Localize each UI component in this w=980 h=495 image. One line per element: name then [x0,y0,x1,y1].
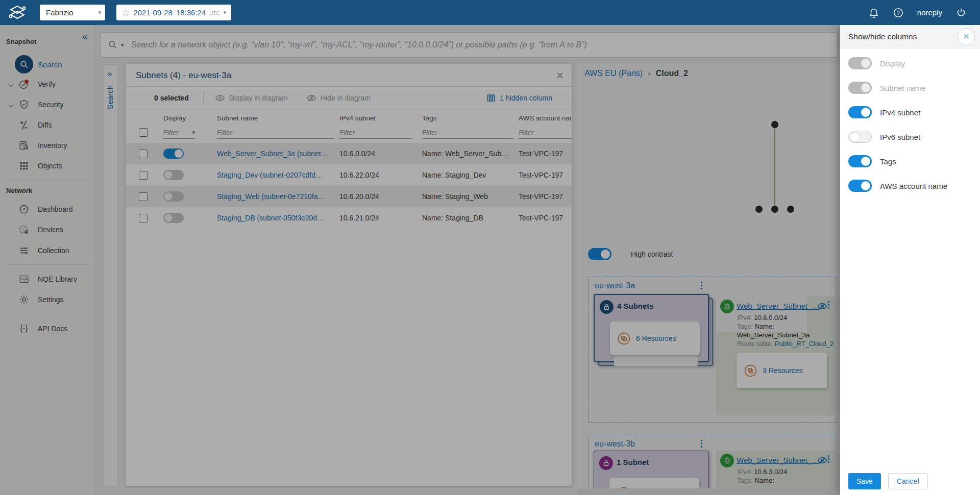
resources-icon [744,364,757,377]
row-checkbox[interactable] [139,150,148,158]
col-header-tags[interactable]: Tags [422,114,437,122]
filter-ipv4[interactable] [339,127,412,139]
sidebar-item-objects[interactable]: Objects [0,156,94,176]
toggle[interactable] [848,155,872,167]
search-side-tab[interactable]: » Search [103,64,118,486]
filter-tags[interactable] [422,127,513,139]
breadcrumb: AWS EU (Paris) › Cloud_2 [584,68,688,79]
subnet-link[interactable]: Web_Server_Subnet_3a (subnet… [217,150,328,158]
zone-eu-west-3b: eu-west-3b 1 Subnet Web_Server_Subn [589,435,837,495]
power-icon[interactable] [955,7,967,18]
route-table-link[interactable]: Public_RT_Cloud_2 [775,340,834,348]
eye-icon [215,93,225,103]
sidebar-item-search[interactable]: Search [0,55,94,74]
sidebar-item-nqe-library[interactable]: NQE NQE Library [0,269,94,289]
row-checkbox[interactable] [139,214,148,222]
kebab-menu-icon[interactable] [700,281,703,290]
sidebar-item-security[interactable]: Security [0,95,94,114]
table-row[interactable]: Staging_Dev (subnet-0207cdfd… 10.6.22.0/… [126,164,572,186]
subnet-card-title[interactable]: Web_Server_Subnet_… [737,302,819,310]
sidebar-item-api-docs[interactable]: API Docs [0,319,94,338]
zone-name[interactable]: eu-west-3a [595,281,635,290]
select-all-checkbox[interactable] [139,128,148,137]
devices-globe-icon [18,224,30,235]
sidebar-item-settings[interactable]: Settings [0,290,94,309]
breadcrumb-region[interactable]: AWS EU (Paris) [584,69,643,78]
eye-off-icon [306,93,316,103]
help-icon[interactable]: ? [893,7,904,18]
sidebar-item-diffs[interactable]: Diffs [0,115,94,135]
toggle[interactable] [848,180,872,192]
subnet-link[interactable]: Staging_Web (subnet-0e7210fa… [217,192,325,201]
topology-minimap[interactable] [740,117,812,219]
sidebar-section-snapshot: Snapshot [6,38,36,45]
subnet-link[interactable]: Staging_Dev (subnet-0207cdfd… [217,171,323,179]
network-selector[interactable]: Fabrizio ▾ [40,5,105,20]
table-row[interactable]: Web_Server_Subnet_3a (subnet… 10.6.0.0/2… [126,143,572,164]
kebab-menu-icon[interactable] [700,439,703,448]
row-checkbox[interactable] [139,171,148,180]
chevron-down-icon[interactable]: ▾ [121,42,124,48]
filter-display[interactable]: ▾ [163,127,195,139]
sidebar-item-inventory[interactable]: Inventory [0,136,94,155]
resources-card[interactable]: 6 Resources [610,321,700,355]
subnet-card-title[interactable]: Web_Server_Subnet_… [737,456,819,464]
close-icon[interactable]: × [556,69,564,82]
filter-account[interactable] [519,127,572,139]
expand-icon[interactable]: » [107,69,112,79]
user-name[interactable]: noreply [917,8,942,17]
horizontal-scrollbar[interactable] [577,488,840,495]
top-bar: Fabrizio ▾ ☆ 2021-09-28 18:36:24 UTC ▾ ?… [0,0,980,25]
save-button[interactable]: Save [848,473,881,489]
toggle[interactable] [848,106,872,118]
display-in-diagram-button[interactable]: Display in diagram [215,93,288,103]
subnet-card[interactable]: Web_Server_Subnet_… IPv4: 10.6.0.0/24 Ta… [716,296,839,415]
kebab-menu-icon[interactable] [827,301,830,309]
display-toggle[interactable] [163,213,184,223]
snapshot-time-selector[interactable]: ☆ 2021-09-28 18:36:24 UTC ▾ [116,5,231,20]
app: Fabrizio ▾ ☆ 2021-09-28 18:36:24 UTC ▾ ?… [0,0,980,495]
table-row[interactable]: Staging_Web (subnet-0e7210fa… 10.6.20.0/… [126,186,572,207]
col-header-ipv4[interactable]: IPv4 subnet [339,114,376,122]
bell-icon[interactable] [868,7,879,18]
col-header-display[interactable]: Display [163,114,186,122]
resources-card[interactable]: 3 Resources [737,353,827,388]
column-toggle-ipv6[interactable]: IPv6 subnet [848,127,972,147]
hide-in-diagram-button[interactable]: Hide in diagram [306,93,371,103]
table-row[interactable]: Staging_DB (subnet-050f3e20d… 10.6.21.0/… [126,207,572,229]
network-selector-value: Fabrizio [46,8,98,17]
subnets-toolbar: 0 selected Display in diagram Hide in di… [126,87,572,109]
eye-off-icon[interactable] [817,455,827,465]
global-search-input[interactable] [131,40,830,50]
column-toggle-ipv4[interactable]: IPv4 subnet [848,102,972,122]
toggle[interactable] [848,131,872,143]
sidebar-item-devices[interactable]: Devices [0,220,94,239]
inventory-icon [18,140,30,151]
global-search-bar: ▾ [100,32,838,58]
chevron-down-icon[interactable]: ▾ [192,129,195,136]
display-toggle[interactable] [163,170,184,180]
subnet-link[interactable]: Staging_DB (subnet-050f3e20d… [217,214,324,222]
high-contrast-toggle[interactable] [588,248,611,260]
subnet-group-card[interactable]: 4 Subnets 6 Resources [594,294,709,362]
row-checkbox[interactable] [139,192,148,201]
close-icon[interactable]: × [958,28,975,45]
col-header-account[interactable]: AWS account name [519,114,572,122]
hidden-columns-button[interactable]: 1 hidden column [486,93,552,103]
subnet-card-details: IPv4: 10.6.0.0/24 Tags: Name: Web_Server… [737,313,840,348]
column-toggle-tags[interactable]: Tags [848,151,972,171]
sidebar-item-dashboard[interactable]: Dashboard [0,200,94,219]
column-toggle-aws-account[interactable]: AWS account name [848,176,972,196]
sidebar-item-verify[interactable]: Verify [0,75,94,94]
zone-name[interactable]: eu-west-3b [595,439,635,449]
eye-off-icon[interactable] [817,301,827,311]
sidebar-collapse-icon[interactable]: « [82,31,88,41]
display-toggle[interactable] [163,191,184,202]
col-header-subnet-name[interactable]: Subnet name [217,114,258,122]
zone-eu-west-3a: eu-west-3a 4 Subnets 6 Resources [589,277,837,423]
display-toggle[interactable] [163,148,184,159]
cancel-button[interactable]: Cancel [888,473,928,489]
sidebar-item-collection[interactable]: Collection [0,241,94,260]
filter-subnet-name[interactable] [217,127,334,139]
kebab-menu-icon[interactable] [827,455,830,463]
